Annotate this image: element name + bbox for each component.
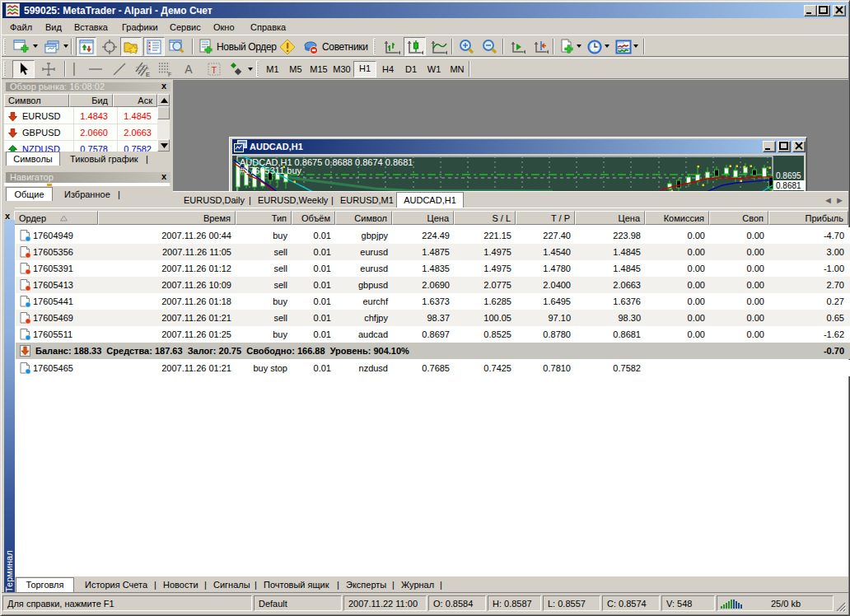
svg-text:F: F (168, 72, 171, 77)
svg-text:T: T (212, 65, 217, 75)
svg-text:#17605311 buy: #17605311 buy (240, 166, 302, 175)
svg-text:0.8695: 0.8695 (776, 171, 801, 180)
svg-text:0.8681: 0.8681 (776, 181, 801, 190)
svg-text:E: E (146, 71, 150, 77)
